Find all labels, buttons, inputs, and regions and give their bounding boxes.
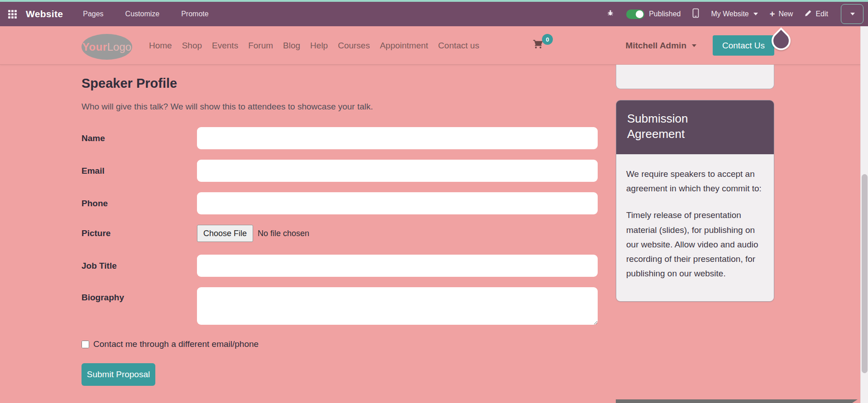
picture-label: Picture: [82, 228, 197, 238]
email-field[interactable]: [197, 160, 598, 182]
chevron-down-icon: [753, 13, 758, 15]
form-row-biography: Biography: [82, 287, 598, 325]
apps-grid-icon[interactable]: [8, 10, 17, 19]
published-label: Published: [649, 10, 681, 18]
phone-field[interactable]: [197, 192, 598, 214]
form-row-email: Email: [82, 160, 598, 182]
topbar-right-cluster: Published My Website + New Edit: [606, 4, 863, 24]
publish-toggle-wrap: Published: [626, 9, 681, 19]
backend-topbar: Website Pages Customize Promote Publishe…: [0, 2, 868, 26]
edit-dropdown-button[interactable]: [841, 4, 863, 24]
menu-promote[interactable]: Promote: [181, 10, 208, 18]
choose-file-button[interactable]: Choose File: [197, 225, 253, 242]
different-contact-label[interactable]: Contact me through a different email/pho…: [93, 339, 259, 349]
debug-bug-icon[interactable]: [606, 9, 614, 19]
new-button-label: New: [778, 10, 793, 18]
edit-button-label: Edit: [815, 10, 828, 18]
nav-appointment[interactable]: Appointment: [375, 41, 433, 51]
mobile-preview-icon[interactable]: [692, 8, 699, 20]
biography-field[interactable]: [197, 287, 598, 325]
site-logo[interactable]: YourLogo: [82, 34, 132, 60]
phone-label: Phone: [82, 199, 197, 209]
edit-button[interactable]: Edit: [805, 9, 828, 19]
email-label: Email: [82, 166, 197, 176]
app-title: Website: [26, 9, 63, 19]
submit-proposal-button[interactable]: Submit Proposal: [82, 363, 155, 386]
agreement-card-header: Submission Agreement: [616, 100, 774, 154]
file-status-text: No file chosen: [258, 229, 309, 238]
submission-agreement-card: Submission Agreement We require speakers…: [616, 100, 774, 302]
agreement-body-text: Timely release of presentation material …: [626, 208, 764, 281]
different-contact-checkbox[interactable]: [82, 341, 89, 348]
page-subtitle: Who will give this talk? We will show th…: [82, 102, 598, 112]
site-nav: Home Shop Events Forum Blog Help Courses…: [144, 26, 484, 65]
agreement-intro-text: We require speakers to accept an agreeme…: [626, 167, 764, 196]
contact-us-button[interactable]: Contact Us: [713, 35, 774, 56]
nav-events[interactable]: Events: [207, 41, 243, 51]
menu-customize[interactable]: Customize: [125, 10, 160, 18]
pencil-icon: [805, 9, 812, 19]
contact-preference-row: Contact me through a different email/pho…: [82, 339, 598, 349]
bottom-section-edge: [616, 399, 858, 403]
picture-file-input: Choose File No file chosen: [197, 225, 598, 242]
nav-home[interactable]: Home: [144, 41, 177, 51]
site-switcher-dropdown[interactable]: My Website: [711, 10, 758, 18]
new-button[interactable]: + New: [770, 9, 793, 19]
job-title-label: Job Title: [82, 261, 197, 271]
name-field[interactable]: [197, 127, 598, 149]
agreement-title: Submission Agreement: [627, 111, 724, 142]
logo-text-logo: Logo: [107, 41, 131, 53]
name-label: Name: [82, 133, 197, 143]
nav-shop[interactable]: Shop: [177, 41, 207, 51]
cart-count-badge: 0: [542, 34, 553, 45]
user-menu-dropdown[interactable]: Mitchell Admin: [626, 41, 696, 51]
logo-text-your: Your: [82, 41, 107, 53]
nav-forum[interactable]: Forum: [243, 41, 278, 51]
topbar-menu: Pages Customize Promote: [83, 10, 208, 18]
vertical-scrollbar-thumb[interactable]: [862, 174, 868, 373]
biography-label: Biography: [82, 287, 197, 303]
nav-help[interactable]: Help: [305, 41, 333, 51]
menu-pages[interactable]: Pages: [83, 10, 103, 18]
form-row-name: Name: [82, 127, 598, 149]
published-toggle[interactable]: [626, 9, 644, 19]
form-row-job-title: Job Title: [82, 255, 598, 277]
job-title-field[interactable]: [197, 255, 598, 277]
page-title: Speaker Profile: [82, 76, 598, 91]
form-row-picture: Picture Choose File No file chosen: [82, 225, 598, 242]
sidebar-card-partial: [616, 65, 774, 89]
chevron-down-icon: [692, 44, 696, 47]
nav-courses[interactable]: Courses: [333, 41, 375, 51]
nav-blog[interactable]: Blog: [278, 41, 305, 51]
cart-button[interactable]: 0: [532, 38, 544, 51]
site-switcher-label: My Website: [711, 10, 748, 18]
agreement-card-body: We require speakers to accept an agreeme…: [616, 154, 774, 301]
speaker-profile-form: Speaker Profile Who will give this talk?…: [82, 76, 598, 386]
site-header: YourLogo Home Shop Events Forum Blog Hel…: [0, 26, 868, 65]
vertical-scrollbar-track[interactable]: [860, 26, 868, 403]
user-name: Mitchell Admin: [626, 41, 686, 51]
header-right-cluster: Mitchell Admin Contact Us: [626, 26, 774, 65]
chevron-down-icon: [850, 13, 855, 15]
nav-contact-us[interactable]: Contact us: [433, 41, 484, 51]
plus-icon: +: [770, 9, 775, 19]
form-row-phone: Phone: [82, 192, 598, 214]
